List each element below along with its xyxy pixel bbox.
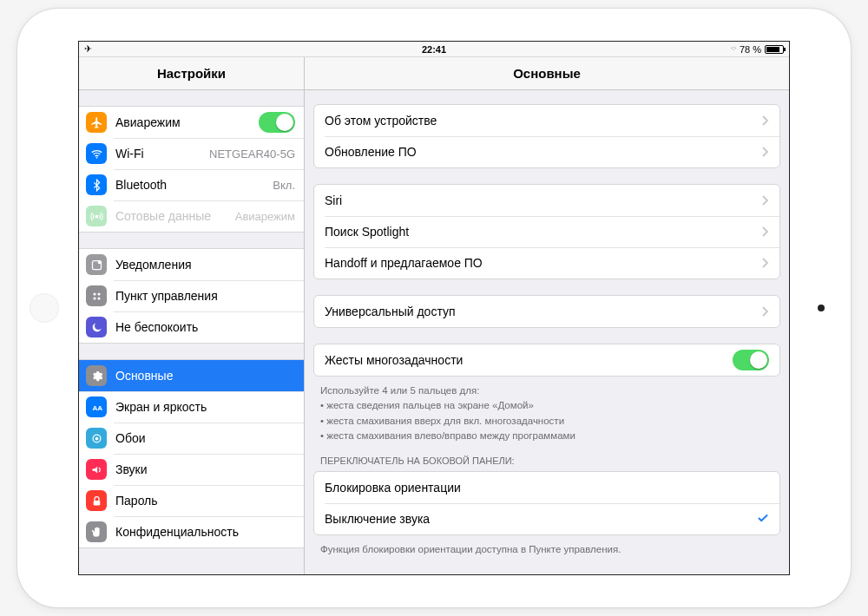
- detail-row-mute[interactable]: Выключение звука: [314, 503, 779, 534]
- battery-icon: [765, 45, 784, 54]
- detail-row-label: Об этом устройстве: [325, 114, 762, 128]
- sidebar-item-label: Пароль: [115, 494, 158, 508]
- gestures-toggle[interactable]: [733, 350, 769, 370]
- chevron-right-icon: [762, 258, 769, 268]
- svg-point-3: [97, 260, 101, 264]
- check-icon: [757, 512, 769, 527]
- sidebar-item-label: Звуки: [115, 462, 148, 476]
- chevron-right-icon: [762, 226, 769, 237]
- sidebar-item-label: Пункт управления: [115, 289, 218, 303]
- sidebar-item-label: Авиарежим: [115, 115, 181, 129]
- sidebar-item-wallpaper[interactable]: Обои: [79, 423, 304, 454]
- header-bar: Настройки Основные: [79, 57, 789, 90]
- airplane-icon: [86, 112, 107, 133]
- status-bar: ✈ 22:41 ⌔ 78 %: [79, 42, 789, 57]
- sidebar-group-notifications: Уведомления Пункт управления Не беспокои…: [79, 248, 304, 344]
- detail-pane[interactable]: Об этом устройстве Обновление ПО Siri По: [305, 90, 789, 574]
- sidebar-item-airplane[interactable]: Авиарежим: [79, 107, 304, 138]
- sidebar-item-controlcenter[interactable]: Пункт управления: [79, 280, 304, 311]
- bluetooth-icon: [86, 174, 107, 195]
- chevron-right-icon: [762, 306, 769, 317]
- sidebar-item-label: Wi-Fi: [115, 147, 144, 161]
- display-icon: AA: [86, 396, 107, 417]
- gear-icon: [86, 365, 107, 386]
- wallpaper-icon: [86, 428, 107, 449]
- front-camera: [818, 305, 825, 311]
- detail-row-gestures[interactable]: Жесты многозадачности: [314, 344, 779, 376]
- sidebar-item-label: Обои: [115, 431, 146, 445]
- svg-point-10: [95, 436, 98, 440]
- svg-point-5: [97, 292, 100, 295]
- sidebar-item-cellular: Сотовые данные Авиарежим: [79, 200, 304, 232]
- svg-point-1: [95, 215, 98, 218]
- notifications-icon: [86, 254, 107, 275]
- detail-row-update[interactable]: Обновление ПО: [314, 136, 779, 167]
- sidebar-item-notifications[interactable]: Уведомления: [79, 249, 304, 280]
- detail-title: Основные: [305, 57, 789, 89]
- ipad-frame: ✈ 22:41 ⌔ 78 % Настройки Основные: [17, 9, 851, 607]
- detail-row-label: Поиск Spotlight: [325, 225, 762, 239]
- cellular-icon: [86, 206, 107, 226]
- home-button[interactable]: [30, 293, 59, 323]
- detail-row-lock-rotation[interactable]: Блокировка ориентации: [314, 472, 779, 503]
- svg-point-6: [93, 297, 95, 299]
- gestures-hint-text: Используйте 4 или 5 пальцев для: • жеста…: [313, 383, 780, 455]
- sidebar-item-sounds[interactable]: Звуки: [79, 454, 304, 485]
- sidebar-item-label: Уведомления: [115, 258, 192, 272]
- detail-row-spotlight[interactable]: Поиск Spotlight: [314, 216, 779, 247]
- detail-row-label: Блокировка ориентации: [325, 481, 769, 495]
- sidebar-group-general: Основные AA Экран и яркость Обои: [79, 359, 304, 548]
- detail-group-gestures: Жесты многозадачности: [313, 344, 780, 377]
- svg-rect-11: [93, 500, 100, 505]
- detail-row-siri[interactable]: Siri: [314, 185, 779, 216]
- sidebar-item-label: Сотовые данные: [115, 209, 211, 223]
- detail-row-handoff[interactable]: Handoff и предлагаемое ПО: [314, 247, 779, 279]
- cellular-value: Авиарежим: [235, 210, 295, 223]
- airplane-toggle[interactable]: [259, 112, 295, 133]
- battery-percent: 78 %: [740, 44, 761, 55]
- detail-row-label: Siri: [325, 193, 762, 207]
- detail-row-about[interactable]: Об этом устройстве: [314, 105, 779, 136]
- status-time: 22:41: [422, 44, 446, 55]
- svg-point-4: [93, 292, 95, 295]
- detail-group-siri: Siri Поиск Spotlight Handoff и предлагае…: [313, 184, 780, 279]
- detail-row-label: Универсальный доступ: [325, 305, 762, 318]
- sounds-icon: [86, 459, 107, 480]
- detail-row-accessibility[interactable]: Универсальный доступ: [314, 296, 779, 327]
- hand-icon: [86, 521, 107, 542]
- sidebar-group-connectivity: Авиарежим Wi-Fi NETGEAR40-5G: [79, 106, 304, 233]
- moon-icon: [86, 317, 107, 337]
- detail-row-label: Выключение звука: [325, 512, 757, 526]
- lock-icon: [86, 490, 107, 511]
- sidebar-item-passcode[interactable]: Пароль: [79, 485, 304, 516]
- detail-row-label: Жесты многозадачности: [325, 353, 733, 367]
- detail-group-sideswitch: Блокировка ориентации Выключение звука: [313, 471, 780, 535]
- detail-row-label: Handoff и предлагаемое ПО: [325, 256, 762, 270]
- chevron-right-icon: [762, 115, 769, 126]
- sidebar-item-label: Не беспокоить: [115, 320, 198, 334]
- detail-row-label: Обновление ПО: [325, 145, 762, 159]
- chevron-right-icon: [762, 147, 769, 157]
- detail-group-about: Об этом устройстве Обновление ПО: [313, 104, 780, 168]
- sidebar-item-dnd[interactable]: Не беспокоить: [79, 311, 304, 343]
- side-switch-caption: ПЕРЕКЛЮЧАТЕЛЬ НА БОКОВОЙ ПАНЕЛИ:: [313, 455, 780, 471]
- sidebar-item-label: Основные: [115, 369, 173, 383]
- sidebar-item-display[interactable]: AA Экран и яркость: [79, 391, 304, 423]
- sidebar-item-wifi[interactable]: Wi-Fi NETGEAR40-5G: [79, 138, 304, 169]
- sidebar-title: Настройки: [79, 57, 305, 89]
- sidebar-item-bluetooth[interactable]: Bluetooth Вкл.: [79, 169, 304, 200]
- chevron-right-icon: [762, 195, 769, 206]
- sidebar-item-privacy[interactable]: Конфиденциальность: [79, 516, 304, 547]
- sidebar-item-general[interactable]: Основные: [79, 360, 304, 391]
- controlcenter-icon: [86, 285, 107, 306]
- settings-sidebar[interactable]: Авиарежим Wi-Fi NETGEAR40-5G: [79, 90, 305, 574]
- svg-point-0: [95, 157, 97, 159]
- detail-group-accessibility: Универсальный доступ: [313, 295, 780, 328]
- sidebar-item-label: Конфиденциальность: [115, 525, 239, 539]
- bluetooth-value: Вкл.: [273, 179, 295, 192]
- bluetooth-status-icon: ⌔: [731, 44, 736, 54]
- wifi-network-value: NETGEAR40-5G: [209, 147, 295, 161]
- svg-text:AA: AA: [92, 404, 102, 412]
- bottom-hint-text: Функция блокировки ориентации доступна в…: [313, 542, 780, 569]
- wifi-icon: [86, 143, 107, 164]
